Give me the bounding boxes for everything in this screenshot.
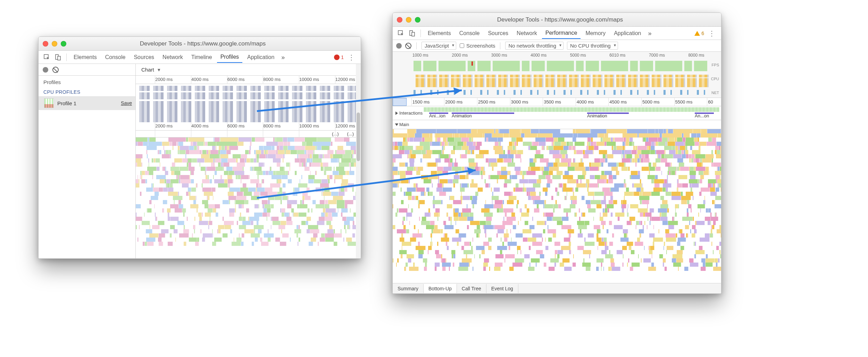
tab-sources[interactable]: Sources: [130, 52, 158, 63]
cpu-trace: [136, 84, 361, 122]
details-tabs: Summary Bottom-Up Call Tree Event Log: [393, 283, 721, 293]
tab-network[interactable]: Network: [513, 28, 541, 39]
ruler-tick: 5500 ms: [675, 99, 693, 105]
tab-elements[interactable]: Elements: [70, 52, 100, 63]
vertical-scrollbar[interactable]: [356, 64, 361, 258]
main-track[interactable]: Main: [393, 120, 721, 129]
ruler-tick: 7000 ms: [649, 53, 665, 58]
settings-menu-icon[interactable]: ⋮: [706, 29, 718, 38]
inspect-element-icon[interactable]: [396, 28, 406, 38]
clear-button[interactable]: [52, 67, 59, 73]
interactions-track-header[interactable]: Interactions: [393, 106, 425, 120]
flame-chart[interactable]: [136, 138, 361, 258]
network-throttle-select[interactable]: No network throttling: [505, 42, 564, 50]
settings-menu-icon[interactable]: ⋮: [345, 53, 357, 61]
ruler-tick: 2000 ms: [155, 77, 173, 82]
ruler-tick: 12000 ms: [335, 77, 355, 82]
net-lane-label: NET: [711, 91, 719, 95]
devtools-tabstrip: Elements Console Sources Network Perform…: [393, 27, 721, 40]
window-title: Developer Tools - https://www.google.com…: [70, 40, 357, 47]
separator: [420, 30, 421, 37]
screenshots-label: Screenshots: [466, 43, 495, 49]
tab-sources[interactable]: Sources: [484, 28, 512, 39]
interactions-track[interactable]: Interactions Ani...ion Animation Animati…: [393, 106, 721, 120]
frame-label: (...): [332, 131, 339, 137]
detail-ruler[interactable]: 1500 ms 2000 ms 2500 ms 3000 ms 3500 ms …: [393, 98, 721, 106]
ruler-tick: 6000 ms: [227, 77, 245, 82]
overview-ruler[interactable]: 2000 ms 4000 ms 6000 ms 8000 ms 10000 ms…: [136, 76, 361, 84]
tab-call-tree[interactable]: Call Tree: [457, 284, 486, 293]
main-flame-chart[interactable]: [393, 129, 721, 283]
device-toggle-icon[interactable]: [53, 52, 63, 62]
cpu-overview-chart[interactable]: [136, 84, 361, 122]
ruler-tick: 8000 ms: [688, 53, 704, 58]
capture-select[interactable]: JavaScript: [422, 42, 456, 50]
clear-button[interactable]: [405, 43, 411, 49]
record-button[interactable]: [43, 67, 48, 73]
profile-save-link[interactable]: Save: [121, 100, 132, 106]
scrollbar-thumb[interactable]: [357, 113, 360, 161]
animation-span-label: An...on: [695, 113, 709, 118]
profile-list-item[interactable]: Profile 1 Save: [39, 96, 135, 110]
tab-application[interactable]: Application: [244, 52, 278, 63]
long-task-marker: [471, 61, 473, 66]
ruler-tick: 3500 ms: [544, 99, 561, 105]
ruler-tick: 2000 ms: [445, 99, 462, 105]
tab-profiles[interactable]: Profiles: [217, 52, 242, 63]
main-track-header[interactable]: Main: [393, 120, 412, 129]
animation-span-label: Animation: [587, 113, 607, 118]
sidebar-toolbar: [39, 64, 135, 76]
profile-view-toolbar: Chart: [136, 64, 361, 76]
tab-performance[interactable]: Performance: [542, 28, 581, 39]
animation-span-label: Animation: [452, 113, 472, 118]
ruler-tick: 8000 ms: [263, 77, 281, 82]
screenshots-checkbox-input[interactable]: [460, 43, 464, 48]
performance-overview[interactable]: 1000 ms 2000 ms 3000 ms 4000 ms 5000 ms …: [393, 52, 721, 98]
tab-console[interactable]: Console: [102, 52, 129, 63]
error-count-badge[interactable]: 1: [334, 55, 344, 60]
ruler-tick: 4000 ms: [191, 77, 209, 82]
titlebar[interactable]: Developer Tools - https://www.google.com…: [39, 37, 361, 51]
separator: [66, 53, 67, 61]
ruler-tick: 4000 ms: [577, 99, 594, 105]
zoom-window-button[interactable]: [61, 41, 66, 47]
minimize-window-button[interactable]: [406, 17, 411, 23]
screenshots-checkbox[interactable]: Screenshots: [460, 43, 495, 49]
fps-lane: [414, 61, 709, 71]
tab-timeline[interactable]: Timeline: [188, 52, 216, 63]
view-select[interactable]: Chart: [140, 66, 162, 73]
cpu-throttle-select[interactable]: No CPU throttling: [567, 42, 618, 50]
devtools-window-performance: Developer Tools - https://www.google.com…: [392, 13, 721, 294]
tab-network[interactable]: Network: [159, 52, 186, 63]
warning-count-badge[interactable]: 6: [694, 31, 704, 36]
ruler-tick: 10000 ms: [299, 77, 319, 82]
record-button[interactable]: [396, 43, 402, 49]
close-window-button[interactable]: [43, 41, 48, 47]
flame-ruler[interactable]: 2000 ms 4000 ms 6000 ms 8000 ms 10000 ms…: [136, 122, 361, 131]
ruler-tick: 3000 ms: [491, 53, 507, 58]
time-range-selection[interactable]: [393, 98, 407, 106]
tab-summary[interactable]: Summary: [393, 284, 424, 293]
tab-elements[interactable]: Elements: [424, 28, 454, 39]
main-label: Main: [399, 122, 409, 127]
device-toggle-icon[interactable]: [407, 28, 417, 38]
tabs-overflow-button[interactable]: »: [279, 54, 287, 60]
tab-memory[interactable]: Memory: [582, 28, 609, 39]
close-window-button[interactable]: [397, 17, 402, 23]
titlebar[interactable]: Developer Tools - https://www.google.com…: [393, 13, 721, 27]
separator: [416, 42, 417, 49]
ruler-tick: 4000 ms: [191, 123, 209, 128]
ruler-tick: 2000 ms: [452, 53, 468, 58]
zoom-window-button[interactable]: [415, 17, 420, 23]
tab-event-log[interactable]: Event Log: [486, 284, 518, 293]
tab-application[interactable]: Application: [610, 28, 644, 39]
inspect-element-icon[interactable]: [42, 52, 52, 62]
overview-lanes: FPS CPU NET: [393, 59, 721, 98]
svg-rect-2: [58, 56, 60, 60]
tabs-overflow-button[interactable]: »: [646, 30, 653, 36]
tab-console[interactable]: Console: [456, 28, 483, 39]
profiles-sidebar: Profiles CPU PROFILES Profile 1 Save: [39, 64, 136, 258]
tab-bottom-up[interactable]: Bottom-Up: [424, 284, 457, 293]
devtools-tabstrip: Elements Console Sources Network Timelin…: [39, 51, 361, 64]
minimize-window-button[interactable]: [52, 41, 57, 47]
